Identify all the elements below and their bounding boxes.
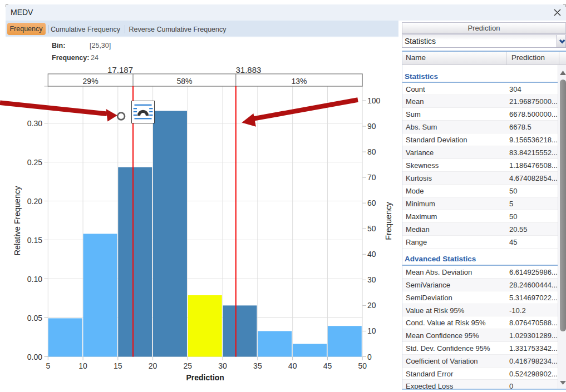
svg-text:50: 50 [367, 224, 376, 233]
svg-text:40: 40 [288, 361, 297, 370]
svg-text:29%: 29% [83, 77, 99, 86]
svg-text:80: 80 [367, 147, 376, 156]
svg-text:35: 35 [253, 361, 262, 370]
svg-text:17.187: 17.187 [107, 65, 133, 75]
svg-text:15: 15 [114, 361, 122, 370]
svg-text:31.883: 31.883 [236, 65, 262, 75]
svg-text:0.05: 0.05 [27, 314, 42, 322]
svg-text:Frequency:: Frequency: [52, 54, 89, 62]
svg-text:30: 30 [218, 361, 227, 370]
svg-text:25: 25 [184, 361, 193, 370]
svg-text:5: 5 [46, 361, 50, 370]
svg-text:100: 100 [367, 96, 381, 105]
svg-text:0: 0 [367, 353, 372, 361]
svg-text:0.25: 0.25 [27, 158, 42, 167]
svg-text:Frequency: Frequency [384, 202, 393, 240]
svg-text:70: 70 [367, 173, 376, 182]
svg-text:0.00: 0.00 [27, 353, 42, 361]
svg-text:20: 20 [149, 361, 158, 370]
svg-text:50: 50 [358, 361, 367, 370]
svg-text:45: 45 [323, 361, 332, 370]
svg-text:Relative Frequency: Relative Frequency [13, 186, 22, 256]
svg-text:0.10: 0.10 [27, 275, 42, 284]
svg-text:30: 30 [367, 275, 376, 284]
svg-text:Bin:: Bin: [52, 42, 65, 49]
svg-text:60: 60 [367, 199, 376, 207]
svg-text:40: 40 [367, 250, 376, 259]
svg-text:0.15: 0.15 [27, 236, 42, 245]
svg-text:[25,30]: [25,30] [90, 42, 111, 49]
svg-text:58%: 58% [176, 77, 192, 86]
svg-text:13%: 13% [291, 77, 307, 86]
svg-text:0.30: 0.30 [27, 119, 42, 128]
svg-text:0.20: 0.20 [27, 197, 42, 206]
svg-text:10: 10 [367, 326, 376, 335]
svg-text:Prediction: Prediction [186, 373, 224, 382]
svg-text:10: 10 [78, 361, 87, 370]
svg-text:20: 20 [367, 301, 376, 310]
svg-text:24: 24 [91, 54, 99, 62]
svg-text:90: 90 [367, 122, 376, 131]
